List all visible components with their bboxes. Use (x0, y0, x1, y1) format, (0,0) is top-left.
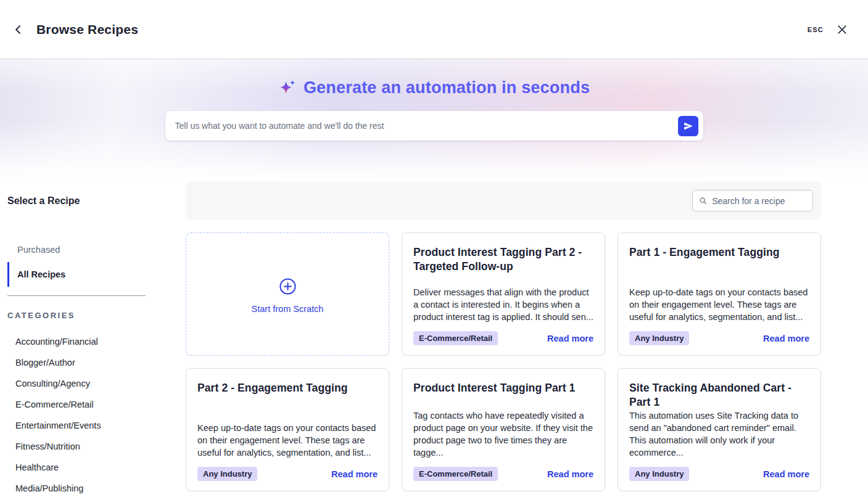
recipe-card-title: Product Interest Tagging Part 2 - Target… (413, 245, 593, 274)
recipe-card-spacer (197, 395, 378, 422)
back-button[interactable] (9, 20, 28, 39)
start-from-scratch-label: Start from Scratch (252, 304, 324, 314)
recipe-grid: Start from Scratch Product Interest Tagg… (186, 232, 821, 491)
read-more-link[interactable]: Read more (763, 469, 809, 479)
close-icon (836, 23, 848, 36)
sidebar-category-item[interactable]: Healthcare (7, 457, 186, 478)
industry-tag-chip: Any Industry (629, 467, 689, 481)
recipe-card[interactable]: Part 1 - Engagement Tagging Keep up-to-d… (618, 232, 821, 356)
recipe-card-spacer (413, 395, 593, 409)
sidebar-category-item[interactable]: Media/Publishing (7, 478, 186, 497)
recipe-card[interactable]: Site Tracking Abandoned Cart - Part 1 Th… (618, 368, 821, 491)
search-icon (699, 196, 707, 205)
sidebar-nav: PurchasedAll Recipes (7, 237, 186, 287)
content-area: Select a Recipe PurchasedAll Recipes CAT… (0, 180, 868, 497)
modal-header: Browse Recipes ESC (0, 0, 868, 59)
recipe-card-title: Site Tracking Abandoned Cart - Part 1 (629, 381, 809, 409)
recipe-card-title: Part 1 - Engagement Tagging (629, 245, 809, 260)
recipe-card-footer: Any Industry Read more (629, 331, 809, 345)
read-more-link[interactable]: Read more (547, 469, 593, 479)
recipe-card-description: Deliver messages that align with the pro… (413, 286, 593, 323)
recipe-search-box[interactable] (692, 190, 813, 212)
industry-tag-chip: E-Commerce/Retail (413, 331, 498, 345)
sidebar-heading: Select a Recipe (7, 195, 186, 207)
recipe-card-title: Part 2 - Engagement Tagging (197, 381, 378, 395)
recipe-search-input[interactable] (712, 196, 806, 206)
sidebar-category-item[interactable]: Entertainment/Events (7, 415, 186, 436)
categories-heading: CATEGORIES (7, 311, 186, 320)
recipe-card-footer: E-Commerce/Retail Read more (413, 467, 593, 481)
sidebar-category-item[interactable]: Fitness/Nutrition (7, 436, 186, 457)
recipe-card[interactable]: Product Interest Tagging Part 1 Tag cont… (402, 368, 605, 491)
read-more-link[interactable]: Read more (763, 334, 809, 343)
recipe-card-description: This automation uses Site Tracking data … (629, 409, 809, 459)
industry-tag-chip: E-Commerce/Retail (413, 467, 498, 481)
read-more-link[interactable]: Read more (547, 334, 593, 343)
read-more-link[interactable]: Read more (331, 469, 378, 479)
recipe-card-footer: Any Industry Read more (197, 467, 378, 481)
send-icon (683, 121, 693, 131)
sidebar-nav-item[interactable]: Purchased (7, 237, 186, 262)
recipe-card-spacer (413, 274, 593, 286)
sidebar-category-item[interactable]: Consulting/Agency (7, 373, 186, 394)
sidebar-nav-item[interactable]: All Recipes (7, 262, 186, 287)
sparkle-icon (278, 79, 297, 97)
sidebar: Select a Recipe PurchasedAll Recipes CAT… (7, 180, 186, 497)
automation-prompt-box (165, 111, 703, 141)
start-from-scratch-card[interactable]: Start from Scratch (186, 232, 389, 356)
ai-generate-banner: Generate an automation in seconds (0, 59, 868, 180)
plus-circle-icon (279, 277, 297, 295)
recipe-card-description: Tag contacts who have repeatedly visited… (413, 409, 593, 459)
recipe-card-spacer (629, 260, 809, 286)
chevron-left-icon (12, 23, 25, 36)
banner-title: Generate an automation in seconds (304, 78, 590, 97)
send-button[interactable] (678, 116, 698, 136)
industry-tag-chip: Any Industry (197, 467, 257, 481)
sidebar-category-item[interactable]: Blogger/Author (7, 352, 186, 373)
automation-prompt-input[interactable] (175, 121, 678, 131)
main-panel: Start from Scratch Product Interest Tagg… (186, 180, 821, 497)
recipe-card-title: Product Interest Tagging Part 1 (413, 381, 593, 395)
sidebar-divider (7, 295, 146, 296)
recipe-card[interactable]: Part 2 - Engagement Tagging Keep up-to-d… (186, 368, 389, 491)
page-title: Browse Recipes (36, 22, 138, 37)
header-right: ESC (808, 21, 851, 38)
banner-title-row: Generate an automation in seconds (278, 78, 590, 97)
close-button[interactable] (833, 21, 851, 38)
recipe-card[interactable]: Product Interest Tagging Part 2 - Target… (402, 232, 605, 356)
sidebar-category-item[interactable]: E-Commerce/Retail (7, 394, 186, 415)
esc-label: ESC (808, 26, 824, 33)
categories-list: Accounting/FinancialBlogger/AuthorConsul… (7, 331, 186, 497)
sidebar-category-item[interactable]: Accounting/Financial (7, 331, 186, 352)
industry-tag-chip: Any Industry (629, 331, 689, 345)
recipe-toolbar (186, 182, 821, 220)
recipe-card-description: Keep up-to-date tags on your contacts ba… (197, 422, 378, 459)
recipe-card-footer: E-Commerce/Retail Read more (413, 331, 593, 345)
recipe-card-description: Keep up-to-date tags on your contacts ba… (629, 286, 809, 323)
recipe-card-footer: Any Industry Read more (629, 467, 809, 481)
